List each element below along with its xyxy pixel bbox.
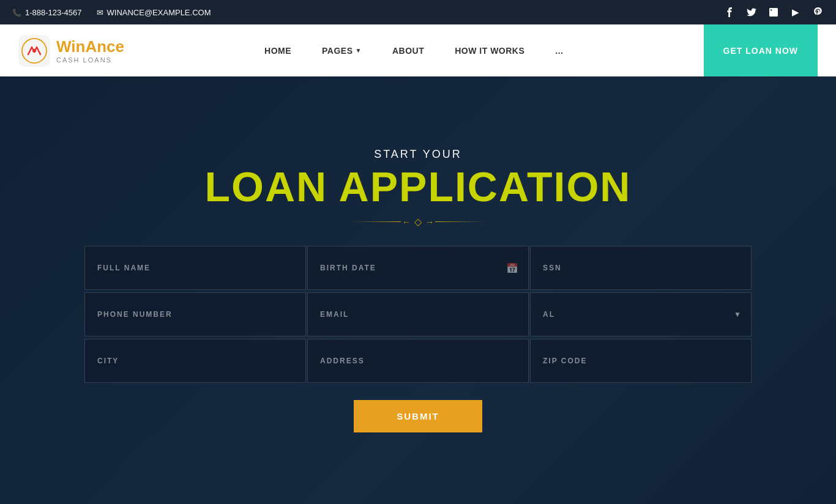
loan-application-form: 📅 — [84, 246, 752, 432]
hero-divider: ← ◇ → — [12, 216, 824, 228]
divider-arrow-right: → — [425, 217, 434, 227]
hero-content: START YOUR LOAN APPLICATION ← ◇ → 📅 — [0, 148, 836, 432]
nav-how-it-works[interactable]: HOW IT WORKS — [455, 46, 524, 56]
logo[interactable]: WinAnce CASH LOANS — [18, 35, 124, 67]
phone-icon — [12, 8, 21, 17]
nav-home[interactable]: HOME — [264, 46, 291, 56]
facebook-icon[interactable] — [723, 6, 736, 18]
logo-name: WinAnce — [56, 37, 124, 56]
birth-date-field: 📅 — [307, 246, 529, 290]
logo-icon — [18, 35, 50, 67]
address-field — [307, 339, 529, 383]
divider-arrow-left: ← — [402, 217, 411, 227]
city-field — [84, 339, 306, 383]
top-bar: 1-888-123-4567 WINANCE@EXAMPLE.COM ▶ — [0, 0, 836, 24]
svg-point-2 — [32, 49, 36, 53]
form-rows: 📅 — [84, 246, 752, 383]
email-field — [307, 292, 529, 336]
phone-number-field — [84, 292, 306, 336]
zip-code-input[interactable] — [531, 339, 751, 382]
ssn-input[interactable] — [531, 246, 751, 289]
phone-number: 1-888-123-4567 — [25, 8, 82, 17]
twitter-icon[interactable] — [745, 6, 758, 18]
email-icon — [97, 8, 103, 17]
birth-date-input[interactable] — [308, 246, 528, 289]
nav-links: HOME PAGES ▼ ABOUT HOW IT WORKS ... — [264, 46, 563, 56]
zip-code-field — [530, 339, 752, 383]
submit-button[interactable]: SUBMIT — [354, 400, 482, 432]
hero-subtitle: START YOUR — [12, 148, 824, 161]
state-select-wrapper: ALAKAZAR CACOCTDE FLGAHIID ILINIAKS KYLA… — [531, 293, 751, 336]
divider-line-left — [352, 221, 401, 222]
chevron-down-icon: ▼ — [356, 47, 362, 54]
address-input[interactable] — [308, 339, 528, 382]
hero-section: START YOUR LOAN APPLICATION ← ◇ → 📅 — [0, 76, 836, 504]
nav-more[interactable]: ... — [555, 46, 563, 56]
logo-text: WinAnce CASH LOANS — [56, 37, 124, 64]
form-row-2: ALAKAZAR CACOCTDE FLGAHIID ILINIAKS KYLA… — [84, 292, 752, 336]
social-links: ▶ — [723, 6, 824, 18]
nav-pages[interactable]: PAGES ▼ — [322, 46, 362, 56]
navbar: WinAnce CASH LOANS HOME PAGES ▼ ABOUT HO… — [0, 24, 836, 76]
submit-row: SUBMIT — [84, 400, 752, 432]
ssn-field — [530, 246, 752, 290]
phone-number-input[interactable] — [85, 293, 305, 336]
full-name-field — [84, 246, 306, 290]
state-field: ALAKAZAR CACOCTDE FLGAHIID ILINIAKS KYLA… — [530, 292, 752, 336]
phone-contact: 1-888-123-4567 — [12, 8, 82, 17]
form-row-1: 📅 — [84, 246, 752, 290]
nav-about[interactable]: ABOUT — [392, 46, 424, 56]
email-address: WINANCE@EXAMPLE.COM — [107, 8, 211, 17]
city-input[interactable] — [85, 339, 305, 382]
email-input[interactable] — [308, 293, 528, 336]
form-row-3 — [84, 339, 752, 383]
email-contact: WINANCE@EXAMPLE.COM — [97, 8, 211, 17]
get-loan-button[interactable]: GET LOAN NOW — [704, 24, 818, 76]
linkedin-icon[interactable] — [767, 6, 780, 18]
hero-title: LOAN APPLICATION — [12, 166, 824, 207]
divider-diamond: ◇ — [414, 216, 422, 228]
full-name-input[interactable] — [85, 246, 305, 289]
top-bar-left: 1-888-123-4567 WINANCE@EXAMPLE.COM — [12, 8, 211, 17]
divider-line-right — [435, 221, 484, 222]
pinterest-icon[interactable] — [812, 6, 824, 18]
logo-sub: CASH LOANS — [56, 56, 124, 64]
state-select[interactable]: ALAKAZAR CACOCTDE FLGAHIID ILINIAKS KYLA… — [531, 293, 751, 336]
youtube-icon[interactable]: ▶ — [789, 6, 802, 18]
